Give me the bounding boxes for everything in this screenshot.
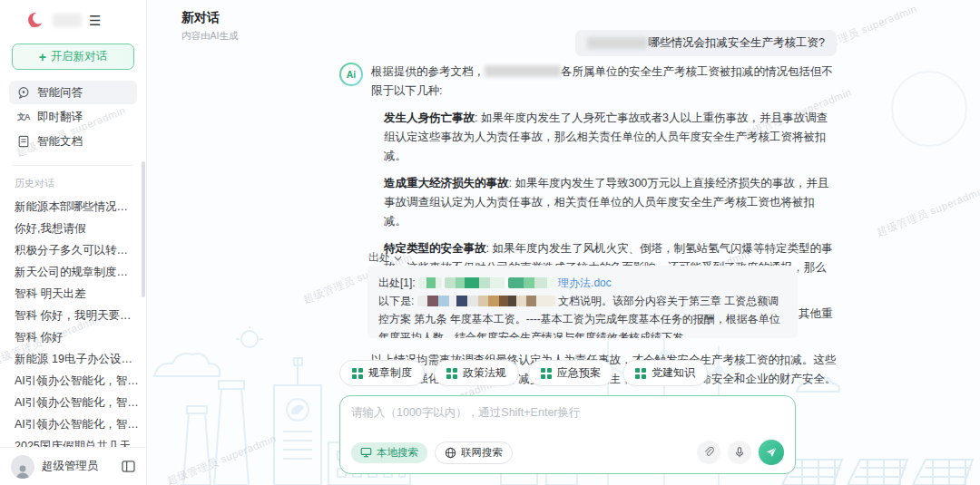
- history-item[interactable]: 2025国庆假期总共几天: [15, 435, 139, 447]
- sidebar-item-label: 智能文档: [37, 134, 83, 150]
- send-button[interactable]: [759, 440, 784, 465]
- redacted-company-name: [485, 65, 561, 77]
- quick-action-button[interactable]: 应急预案: [528, 360, 613, 386]
- composer: 本地搜索 联网搜索: [339, 395, 796, 474]
- sidebar-item-label: 智能问答: [37, 85, 83, 101]
- quick-actions: 规章制度 政策法规 应急预案: [339, 360, 708, 386]
- avatar: [11, 455, 34, 479]
- page-title: 新对话: [181, 10, 238, 26]
- history-item[interactable]: AI引领办公智能化，智慧赋能风电高效...: [15, 392, 139, 413]
- ai-avatar-icon: Ai: [339, 63, 363, 86]
- chat-main: 超级管理员 superadmin 超级管理员 superadmin 超级管理员 …: [147, 0, 980, 485]
- new-chat-button[interactable]: + 开启新对话: [12, 44, 134, 70]
- new-chat-label: 开启新对话: [51, 49, 108, 64]
- collapse-sidebar-icon[interactable]: [122, 461, 135, 472]
- sidebar-menu: 智能问答 文A 即时翻译 智能文档: [0, 79, 146, 156]
- grid-icon: [352, 368, 363, 379]
- quick-action-label: 党建知识: [652, 365, 695, 381]
- quick-action-label: 规章制度: [368, 365, 412, 381]
- web-search-toggle[interactable]: 联网搜索: [435, 441, 513, 464]
- history-item[interactable]: 智科 你好，我明天要出差，有什么需...: [15, 305, 139, 326]
- source-toggle[interactable]: 出处: [368, 250, 402, 266]
- plus-icon: +: [39, 50, 46, 64]
- answer-point: 发生人身伤亡事故: 如果年度内发生了人身死亡事故或者3人以上重伤事故，并且事故调…: [384, 109, 837, 166]
- redacted-company-name: [587, 37, 647, 49]
- history-item[interactable]: 新能源本部哪些情况会扣减安全生产考...: [15, 196, 139, 218]
- redacted-doc-name: [418, 277, 442, 288]
- history-item[interactable]: 你好,我想请假: [15, 218, 139, 239]
- monitor-icon: [360, 447, 372, 458]
- page-subtitle: 内容由AI生成: [181, 30, 238, 43]
- microphone-icon: [733, 446, 746, 459]
- history-item[interactable]: 智科 明天出差: [15, 283, 139, 305]
- quick-action-button[interactable]: 党建知识: [622, 360, 708, 386]
- user-name: 超级管理员: [42, 459, 114, 474]
- history-title: 历史对话: [0, 166, 146, 196]
- attach-button[interactable]: [697, 441, 720, 464]
- page-header: 新对话 内容由AI生成: [181, 10, 238, 43]
- bg-circle-decoration: [891, 71, 967, 147]
- logo-row: ☰: [0, 0, 146, 34]
- ai-message: Ai 根据提供的参考文档，各所属单位的安全生产考核工资被扣减的情况包括但不限于以…: [339, 63, 837, 397]
- quick-action-button[interactable]: 政策法规: [434, 360, 519, 386]
- sidebar-item-docs[interactable]: 智能文档: [9, 130, 137, 153]
- quick-action-label: 政策法规: [463, 365, 506, 381]
- app-logo-icon: [27, 11, 45, 29]
- source-box: 出处[1]: 理办法.doc 以下是: 文档说明。该部分内容关于第三章 工资总额…: [368, 266, 798, 338]
- chat-bubble-icon: [17, 86, 30, 99]
- mic-button[interactable]: [728, 441, 751, 464]
- source-doc-link[interactable]: 理办法.doc: [558, 276, 612, 289]
- sidebar-item-translate[interactable]: 文A 即时翻译: [9, 105, 137, 129]
- web-search-label: 联网搜索: [461, 446, 503, 460]
- source-ref-label: 出处[1]:: [378, 276, 416, 289]
- quick-action-label: 应急预案: [557, 365, 601, 381]
- local-search-label: 本地搜索: [377, 446, 418, 460]
- local-search-toggle[interactable]: 本地搜索: [351, 442, 427, 463]
- redacted-text: [417, 296, 555, 306]
- history-item[interactable]: AI引领办公智能化，智慧赋能风电高效...: [15, 370, 139, 392]
- history-item[interactable]: 新天公司的规章制度有哪些: [15, 261, 139, 283]
- sidebar-scrollbar[interactable]: [142, 161, 145, 297]
- source-desc: 以下是: 文档说明。该部分内容关于第三章 工资总额调控方案 第九条 年度基本工资…: [378, 292, 787, 338]
- user-question-text: 哪些情况会扣减安全生产考核工资?: [649, 35, 825, 51]
- answer-intro: 根据提供的参考文档，各所属单位的安全生产考核工资被扣减的情况包括但不限于以下几种…: [371, 63, 837, 101]
- user-message-row: 哪些情况会扣减安全生产考核工资?: [339, 30, 837, 56]
- app-window: 超级管理员 superadmin 超级管理员 superadmin ☰ + 开启…: [0, 0, 980, 485]
- redacted-doc-name: [508, 277, 555, 288]
- watermark: 超级管理员 superadmin: [875, 183, 980, 239]
- history-item[interactable]: AI引领办公智能化，智慧赋能风电高效...: [15, 413, 139, 435]
- answer-point: 造成重大经济损失的事故: 如果年度内发生了导致300万元以上直接经济损失的事故，…: [384, 174, 837, 231]
- user-message-bubble: 哪些情况会扣减安全生产考核工资?: [575, 30, 837, 56]
- redacted-doc-name: [445, 277, 505, 288]
- person-icon: [15, 464, 31, 479]
- menu-toggle-icon[interactable]: ☰: [89, 14, 101, 27]
- grid-icon: [541, 368, 552, 379]
- source-desc-prefix: 以下是:: [378, 295, 414, 307]
- composer-actions: [697, 440, 784, 465]
- message-input[interactable]: [351, 405, 784, 436]
- history-item[interactable]: 积极分子多久可以转为预备党员: [15, 239, 139, 261]
- globe-icon: [445, 447, 456, 459]
- history-item[interactable]: 新能源 19电子办公设备管理细则: [15, 348, 139, 370]
- composer-toolbar: 本地搜索 联网搜索: [351, 440, 784, 465]
- paperclip-icon: [702, 446, 715, 459]
- sidebar: 超级管理员 superadmin 超级管理员 superadmin ☰ + 开启…: [0, 0, 147, 485]
- ai-answer-text: 根据提供的参考文档，各所属单位的安全生产考核工资被扣减的情况包括但不限于以下几种…: [371, 63, 837, 397]
- sidebar-item-label: 即时翻译: [37, 110, 83, 125]
- user-row: 超级管理员: [0, 447, 146, 485]
- history-item[interactable]: 智科 你好: [15, 326, 139, 348]
- sidebar-item-qa[interactable]: 智能问答: [9, 81, 137, 104]
- document-icon: [17, 135, 30, 148]
- chevron-down-icon: [394, 256, 402, 261]
- quick-action-button[interactable]: 规章制度: [339, 360, 425, 386]
- grid-icon: [635, 368, 646, 379]
- logo-text-redacted: [53, 14, 82, 27]
- source-toggle-label: 出处: [368, 250, 390, 266]
- source-ref-line: 出处[1]: 理办法.doc: [378, 274, 787, 292]
- grid-icon: [446, 368, 457, 379]
- history-list: 新能源本部哪些情况会扣减安全生产考... 你好,我想请假 积极分子多久可以转为预…: [0, 196, 146, 447]
- send-icon: [765, 446, 778, 459]
- translate-icon: 文A: [17, 112, 30, 123]
